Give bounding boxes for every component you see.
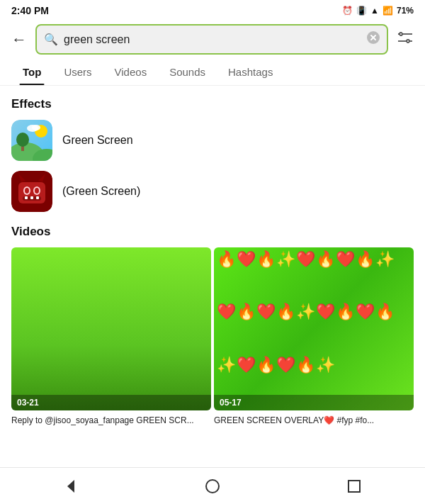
video-timestamp-2: 05-17 <box>214 395 414 410</box>
tab-top[interactable]: Top <box>11 59 52 85</box>
tab-sounds[interactable]: Sounds <box>158 59 217 85</box>
status-bar: 2:40 PM ⏰ 📳 ▲ 📶 71% <box>0 0 425 20</box>
svg-point-6 <box>407 40 409 43</box>
svg-rect-31 <box>348 481 360 492</box>
search-box[interactable]: 🔍 green screen <box>35 24 388 55</box>
effect-icon-2 <box>11 171 52 212</box>
effect-item-1[interactable]: Green Screen <box>11 120 414 161</box>
tab-hashtags[interactable]: Hashtags <box>217 59 284 85</box>
svg-rect-26 <box>36 196 39 199</box>
main-content: Effects <box>0 86 425 462</box>
video-card-2[interactable]: 🔥 ❤️ 🔥 ✨ ❤️ 🔥 ❤️ 🔥 ✨ ❤️ 🔥 ❤️ 🔥 ✨ <box>214 247 414 427</box>
svg-point-14 <box>16 133 29 147</box>
svg-rect-25 <box>30 196 33 199</box>
search-bar-row: ← 🔍 green screen <box>0 20 425 59</box>
filter-button[interactable] <box>394 26 416 52</box>
filter-icon <box>397 29 414 46</box>
video-timestamp-1: 03-21 <box>11 395 211 410</box>
clear-icon <box>367 31 380 44</box>
effects-title: Effects <box>11 97 414 111</box>
status-icons: ⏰ 📳 ▲ 📶 71% <box>342 6 414 16</box>
videos-section: Videos 03-21 Reply to @jisoo_soyaa_fanpa… <box>11 225 414 427</box>
battery-text: 71% <box>397 6 414 16</box>
svg-point-22 <box>35 188 39 194</box>
tabs-row: Top Users Videos Sounds Hashtags <box>0 59 425 86</box>
tab-users[interactable]: Users <box>52 59 103 85</box>
video-caption-2: GREEN SCREEN OVERLAY❤️ #fyp #fo... <box>214 415 414 427</box>
search-query[interactable]: green screen <box>64 33 361 46</box>
videos-grid: 03-21 Reply to @jisoo_soyaa_fanpage GREE… <box>11 247 414 427</box>
svg-marker-29 <box>67 480 74 493</box>
effects-section: Effects <box>11 97 414 212</box>
home-nav-button[interactable] <box>196 469 230 503</box>
tab-videos[interactable]: Videos <box>103 59 159 85</box>
back-nav-button[interactable] <box>54 469 88 503</box>
status-time: 2:40 PM <box>11 5 49 16</box>
effect-item-2[interactable]: (Green Screen) <box>11 171 414 212</box>
video-caption-1: Reply to @jisoo_soyaa_fanpage GREEN SCR.… <box>11 415 211 427</box>
vibrate-icon: 📳 <box>356 6 367 16</box>
video-card-1[interactable]: 03-21 Reply to @jisoo_soyaa_fanpage GREE… <box>11 247 211 427</box>
svg-point-21 <box>25 188 29 194</box>
effect-name-1: Green Screen <box>62 134 133 147</box>
videos-title: Videos <box>11 225 414 239</box>
clear-button[interactable] <box>367 31 380 47</box>
signal-icon: 📶 <box>382 6 393 16</box>
svg-point-3 <box>400 33 402 35</box>
recent-nav-button[interactable] <box>337 469 371 503</box>
svg-point-16 <box>32 125 40 130</box>
video-thumb-2: 🔥 ❤️ 🔥 ✨ ❤️ 🔥 ❤️ 🔥 ✨ ❤️ 🔥 ❤️ 🔥 ✨ <box>214 247 414 410</box>
search-icon: 🔍 <box>44 33 58 46</box>
svg-point-30 <box>206 480 219 493</box>
alarm-icon: ⏰ <box>342 6 353 16</box>
effect-name-2: (Green Screen) <box>62 185 140 198</box>
back-button[interactable]: ← <box>8 28 30 52</box>
svg-rect-24 <box>25 196 28 199</box>
effect-icon-1 <box>11 120 52 161</box>
bottom-nav <box>0 467 425 504</box>
video-thumb-1: 03-21 <box>11 247 211 410</box>
wifi-icon: ▲ <box>370 6 379 16</box>
